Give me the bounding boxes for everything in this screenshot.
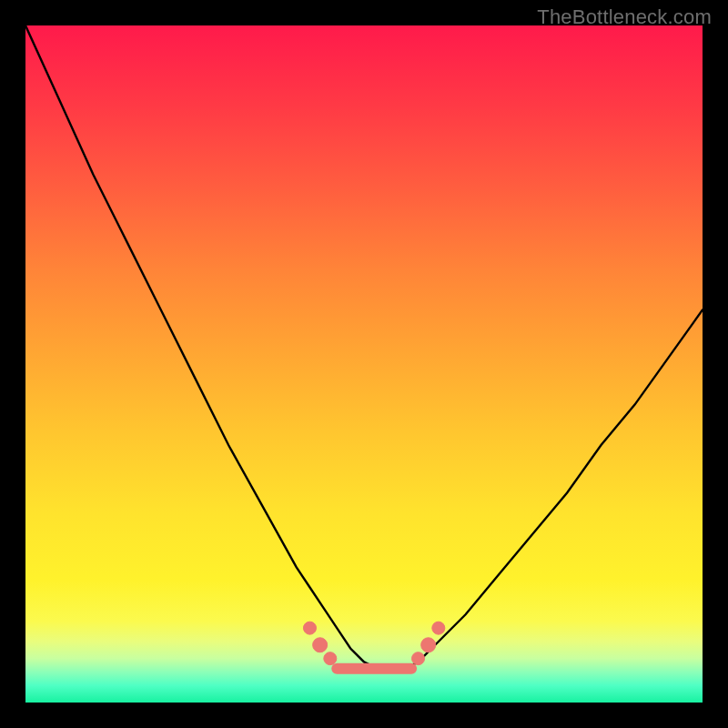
- curve-markers: [303, 622, 444, 664]
- curve-marker-3: [412, 652, 425, 665]
- curve-marker-2: [324, 652, 337, 665]
- curve-marker-0: [303, 622, 316, 634]
- bottleneck-curve: [25, 25, 703, 669]
- chart-svg: [25, 25, 703, 703]
- curve-marker-5: [432, 622, 445, 634]
- watermark-text: TheBottleneck.com: [537, 5, 712, 29]
- curve-marker-1: [313, 638, 328, 652]
- chart-stage: TheBottleneck.com: [0, 0, 728, 728]
- curve-marker-4: [421, 638, 436, 652]
- plot-area: [25, 25, 703, 703]
